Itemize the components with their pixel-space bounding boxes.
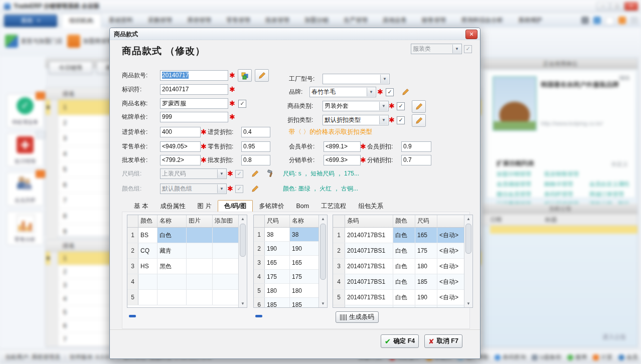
color-row[interactable]: 5 xyxy=(127,290,247,305)
window-close-button[interactable]: ✕ xyxy=(624,2,638,11)
structure-button[interactable] xyxy=(238,69,252,82)
size-row[interactable]: 2 190 190 xyxy=(254,242,327,256)
edit-brand-button[interactable] xyxy=(401,87,410,96)
scroll-down-icon[interactable]: ▼ xyxy=(239,300,247,307)
color-row[interactable]: 2 CQ 藏青 xyxy=(127,243,247,259)
calendar-icon[interactable] xyxy=(593,17,601,24)
tab-basic[interactable]: 基 本 xyxy=(128,201,154,212)
wholesale-discount-input[interactable]: 0.8 xyxy=(241,155,270,165)
build-sizes-button[interactable] xyxy=(266,169,275,178)
color-row[interactable]: 3 HS 黑色 xyxy=(127,259,247,274)
retail-discount-input[interactable]: 0.95 xyxy=(241,141,270,152)
size-row[interactable]: 3 165 165 xyxy=(254,256,327,270)
ext-link[interactable]: 会员储值管理 xyxy=(497,180,531,188)
size-grid-scrollbar[interactable]: ▲ ▼ xyxy=(318,215,327,307)
tab-process[interactable]: 工艺流程 xyxy=(315,201,352,212)
cancel-button[interactable]: ✘ 取消 F7 xyxy=(424,334,462,348)
menu-tab-inventory[interactable]: 库存管理 xyxy=(180,13,219,28)
system-menu-button[interactable]: 系统 ▼ xyxy=(4,15,57,27)
size-row[interactable]: 1 38 38 xyxy=(254,228,327,242)
tool-calculator[interactable]: 计算 xyxy=(593,353,612,361)
barcode-row[interactable]: 3 20140717BS1 白色 180 <自动> xyxy=(333,259,472,274)
menu-tab-franchise[interactable]: 加盟分销 xyxy=(297,13,336,28)
menu-tab-finance[interactable]: 财务管理 xyxy=(414,13,453,28)
barcode-row[interactable]: 2 20140717BS1 白色 175 <自动> xyxy=(333,243,472,259)
category-checkbox2[interactable]: ✓ xyxy=(397,102,405,110)
scroll-up-icon[interactable]: ▲ xyxy=(239,215,247,223)
edit-color-group-button[interactable] xyxy=(250,184,259,193)
notice-icon[interactable] xyxy=(618,17,626,24)
scroll-down-icon[interactable]: ▼ xyxy=(464,300,472,307)
window-maximize-button[interactable]: ▢ xyxy=(610,2,624,11)
ext-link[interactable]: 商城订单管理 xyxy=(589,191,624,198)
identifier-input[interactable]: 20140717 xyxy=(160,84,228,95)
ext-link[interactable]: 条码秤管理 xyxy=(544,191,573,198)
notice-row[interactable] xyxy=(490,226,637,234)
sidebar-card-birthday[interactable]: 生日情报 xyxy=(7,133,44,167)
tab-bundle[interactable]: 组包关系 xyxy=(352,201,389,212)
remove-color-button[interactable] xyxy=(129,315,136,317)
menu-tab-other[interactable]: 其他业务 xyxy=(375,13,414,28)
dialog-close-button[interactable]: ✕ xyxy=(465,30,477,39)
window-minimize-button[interactable]: — xyxy=(596,2,610,11)
nameplate-price-input[interactable]: 999 xyxy=(160,112,228,122)
sidebar-card-pending[interactable]: ✓ 待处理业务 xyxy=(7,94,44,128)
scroll-down-icon[interactable]: ▼ xyxy=(319,300,327,307)
color-row[interactable]: 4 xyxy=(127,274,247,290)
purchase-discount-input[interactable]: 0.4 xyxy=(241,127,270,137)
sidebar-card-members[interactable]: 会员关怀 xyxy=(7,172,44,206)
ext-link[interactable]: 加盟分销管理 xyxy=(497,170,531,178)
settings-icon[interactable] xyxy=(630,17,638,24)
edit-size-group-button[interactable] xyxy=(250,169,259,178)
tool-usb[interactable]: U盘备份 xyxy=(532,353,561,361)
wholesale-price-input[interactable]: <799.2> xyxy=(160,155,201,165)
product-name-input[interactable]: 罗蒙西服 xyxy=(160,98,228,109)
lock-icon[interactable] xyxy=(581,17,589,24)
brand-url[interactable]: http://www.kolping.co.kr/ xyxy=(541,120,603,126)
size-row[interactable]: 6 185 185 xyxy=(254,298,327,308)
toolbar-item-stores[interactable]: 直营与加盟门店 xyxy=(5,35,63,48)
menu-tab-orgs[interactable]: 组织机构 xyxy=(61,13,101,28)
retail-price-input[interactable]: <949.05> xyxy=(160,141,201,152)
color-row[interactable]: 1 BS 白色 xyxy=(127,228,247,243)
ok-button[interactable]: ✔ 确定 F4 xyxy=(381,334,419,348)
tab-color-size-image[interactable]: 色/码/图 xyxy=(218,200,253,212)
generate-barcode-button[interactable]: 生成条码 xyxy=(336,311,379,323)
distribution-price-input[interactable]: <699.3> xyxy=(324,155,361,165)
edit-style-no-button[interactable] xyxy=(255,69,269,82)
barcode-grid-scrollbar[interactable]: ▲ ▼ xyxy=(464,215,472,307)
customize-link[interactable]: 自定义 xyxy=(611,160,628,168)
message-icon[interactable] xyxy=(605,17,614,25)
sidebar-card-analysis[interactable]: 零售分析 xyxy=(7,211,44,245)
menu-tab-query[interactable]: 查询和综合分析 xyxy=(453,13,511,28)
discount-type-checkbox[interactable]: ✓ xyxy=(397,116,405,124)
menu-tab-purchase[interactable]: 采购管理 xyxy=(140,13,180,28)
tab-composition[interactable]: 成份属性 xyxy=(154,201,191,212)
menu-tab-retail[interactable]: 零售管理 xyxy=(219,13,258,28)
scroll-up-icon[interactable]: ▲ xyxy=(464,215,472,223)
tool-barcode-query[interactable]: 条码查询 xyxy=(495,353,526,361)
edit-discount-type-button[interactable] xyxy=(412,114,426,127)
enter-notices-link[interactable]: 进入公告 xyxy=(602,333,626,341)
size-row[interactable]: 5 180 180 xyxy=(254,284,327,298)
barcode-row-partial[interactable]: 20140717BS2 xyxy=(333,305,472,308)
color-grid-scrollbar[interactable]: ▲ ▼ xyxy=(238,215,247,307)
toolbar-item-franchisee[interactable]: 加盟商管理 xyxy=(67,35,113,48)
barcode-row[interactable]: 5 20140717BS1 白色 190 <自动> xyxy=(333,290,472,305)
ext-link[interactable]: 购物卡管理 xyxy=(544,180,573,188)
product-category-dropdown[interactable]: 男装外套▼ xyxy=(323,101,389,111)
ext-link[interactable]: 会员自定义属性 xyxy=(589,180,630,188)
remove-size-button[interactable] xyxy=(255,315,262,317)
menu-tab-production[interactable]: 生产管理 xyxy=(336,13,375,28)
tool-member[interactable]: 会员 xyxy=(618,353,638,361)
product-name-checkbox[interactable]: ✓ xyxy=(238,100,246,108)
edit-category-button[interactable] xyxy=(412,100,426,113)
ext-link[interactable]: 批发销售管理 xyxy=(544,170,579,178)
tool-weibo[interactable]: 微博 xyxy=(567,353,587,361)
style-no-input[interactable]: 20140717 xyxy=(160,70,228,81)
menu-tab-maintenance[interactable]: 系统维护 xyxy=(511,13,550,28)
brand-checkbox[interactable]: ✓ xyxy=(386,88,394,96)
discount-type-dropdown[interactable]: 默认折扣类型▼ xyxy=(323,115,389,125)
member-price-input[interactable]: <899.1> xyxy=(324,141,361,152)
distribution-discount-input[interactable]: 0.7 xyxy=(401,155,431,165)
